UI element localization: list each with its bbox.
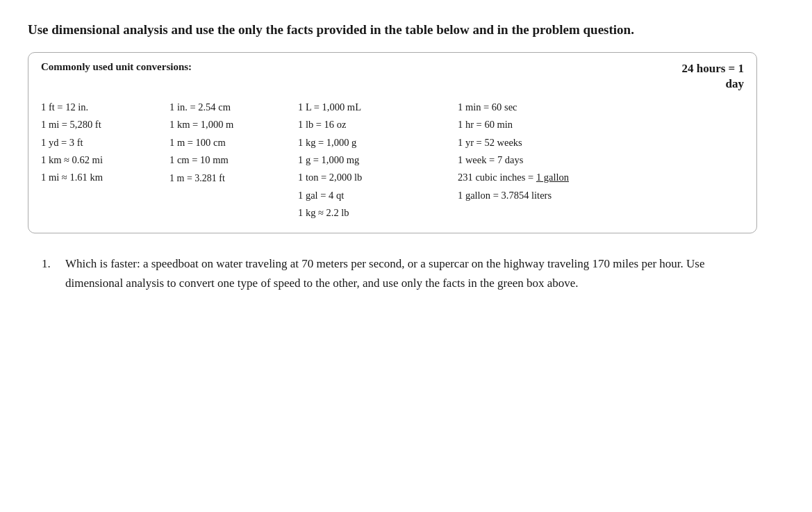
list-item: 1 ft = 12 in. — [41, 99, 169, 116]
conversion-box-header: Commonly used unit conversions: 24 hours… — [41, 61, 744, 92]
list-item: 1 g = 1,000 mg — [298, 151, 458, 169]
list-item: 1 min = 60 sec — [458, 99, 744, 116]
problem-item-1: 1. Which is faster: a speedboat on water… — [28, 254, 722, 292]
list-item: 1 L = 1,000 mL — [298, 99, 458, 116]
list-item: 1 gallon = 3.7854 liters — [458, 187, 744, 204]
col2: 1 in. = 2.54 cm 1 km = 1,000 m 1 m = 100… — [169, 99, 298, 222]
list-item: 1 km ≈ 0.62 mi — [41, 151, 169, 169]
list-item: 1 yr = 52 weeks — [458, 134, 744, 151]
page-title: Use dimensional analysis and use the onl… — [28, 21, 709, 40]
conversions-grid: 1 ft = 12 in. 1 mi = 5,280 ft 1 yd = 3 f… — [41, 99, 744, 222]
list-item: 1 in. = 2.54 cm — [169, 99, 298, 116]
header-right-line1: 24 hours = 1 — [681, 62, 744, 75]
header-right-line2: day — [726, 77, 744, 90]
header-right: 24 hours = 1 day — [681, 61, 744, 92]
problem-text: Which is faster: a speedboat on water tr… — [65, 254, 722, 292]
problem-number: 1. — [42, 254, 58, 273]
list-item: 1 m = 3.281 ft — [169, 170, 298, 188]
header-left: Commonly used unit conversions: — [41, 61, 192, 73]
list-item: 231 cubic inches = 1 gallon — [458, 169, 744, 186]
list-item: 1 yd = 3 ft — [41, 134, 169, 151]
list-item: 1 m = 100 cm — [169, 134, 298, 151]
list-item: 1 kg ≈ 2.2 lb — [298, 204, 458, 222]
problem-section: 1. Which is faster: a speedboat on water… — [28, 254, 722, 292]
col1: 1 ft = 12 in. 1 mi = 5,280 ft 1 yd = 3 f… — [41, 99, 169, 222]
list-item: 1 ton = 2,000 lb — [298, 169, 458, 186]
list-item: 1 week = 7 days — [458, 151, 744, 169]
list-item: 1 mi ≈ 1.61 km — [41, 169, 169, 186]
conversion-box: Commonly used unit conversions: 24 hours… — [28, 52, 757, 234]
list-item: 1 gal = 4 qt — [298, 187, 458, 204]
col4: 1 min = 60 sec 1 hr = 60 min 1 yr = 52 w… — [458, 99, 744, 222]
list-item: 1 kg = 1,000 g — [298, 134, 458, 151]
list-item: 1 lb = 16 oz — [298, 116, 458, 133]
col3: 1 L = 1,000 mL 1 lb = 16 oz 1 kg = 1,000… — [298, 99, 458, 222]
list-item: 1 hr = 60 min — [458, 116, 744, 133]
list-item: 1 mi = 5,280 ft — [41, 116, 169, 133]
list-item: 1 cm = 10 mm — [169, 151, 298, 169]
list-item: 1 km = 1,000 m — [169, 116, 298, 133]
